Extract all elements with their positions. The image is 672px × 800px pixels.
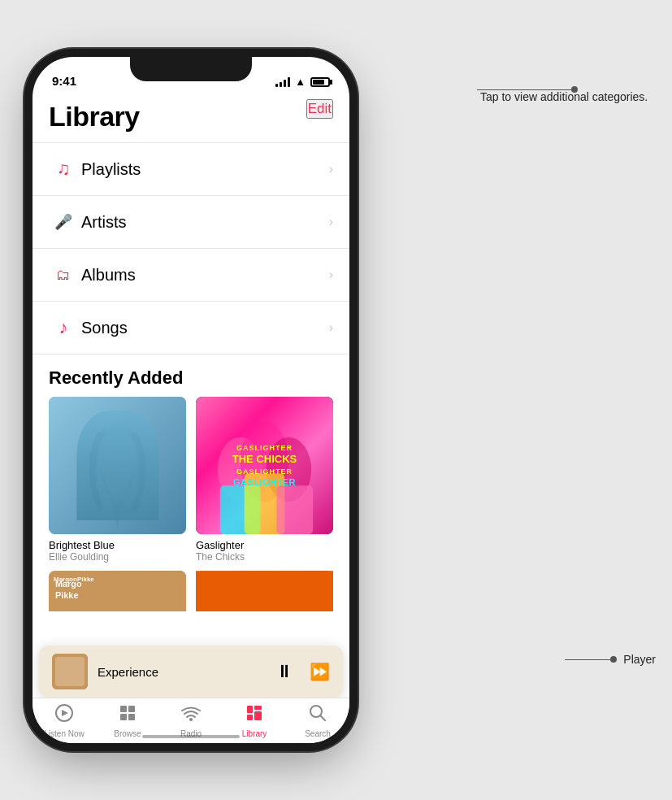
tab-browse[interactable]: Browse (96, 703, 159, 738)
menu-item-albums[interactable]: 🗂 Albums › (33, 249, 349, 302)
svg-rect-12 (52, 654, 88, 689)
pause-button[interactable]: ⏸ (275, 661, 293, 682)
library-icon (245, 703, 264, 728)
menu-item-playlists[interactable]: ♫ Playlists › (33, 142, 349, 196)
tab-listen-now[interactable]: Listen Now (33, 703, 96, 738)
svg-line-26 (320, 715, 325, 720)
edit-button[interactable]: Edit (306, 99, 333, 119)
forward-button[interactable]: ⏩ (310, 662, 330, 681)
svg-rect-17 (128, 706, 135, 712)
tab-label-search: Search (305, 729, 331, 738)
album-cover-margo: Margo Pikke (49, 571, 186, 611)
playlists-icon: ♫ (49, 154, 78, 184)
listen-now-icon (54, 703, 74, 728)
artists-icon: 🎤 (49, 207, 78, 237)
recently-added-title: Recently Added (33, 354, 349, 397)
album-artist-chicks: The Chicks (196, 551, 333, 563)
album-item-orange[interactable] (196, 571, 333, 611)
phone-content: Edit Library ♫ Playlists › 🎤 Artists › 🗂… (33, 93, 349, 743)
svg-rect-18 (120, 714, 127, 720)
notch (130, 57, 252, 81)
player-callout: Player (565, 653, 656, 666)
browse-icon (118, 703, 137, 728)
chevron-right-icon: › (329, 320, 333, 335)
tab-label-listen-now: Listen Now (44, 729, 84, 738)
album-cover-gaslighter: GASLIGHTER THE CHICKS GASLIGHTER GASLIGH… (196, 397, 333, 534)
player-thumbnail (52, 654, 88, 689)
svg-marker-15 (62, 710, 68, 716)
page-title: Library (33, 93, 349, 133)
edit-callout: Tap to view additional categories. (477, 73, 656, 106)
svg-rect-22 (247, 715, 253, 720)
menu-item-songs[interactable]: ♪ Songs › (33, 302, 349, 354)
svg-rect-0 (49, 397, 186, 534)
gaslighter-text-bottom: GASLIGHTER (236, 467, 293, 476)
svg-rect-19 (128, 714, 135, 720)
phone-frame: 9:41 ▲ Edit Library (33, 57, 349, 743)
tab-label-browse: Browse (114, 729, 141, 738)
artists-label: Artists (81, 213, 329, 232)
songs-icon: ♪ (49, 313, 78, 342)
status-time: 9:41 (52, 74, 76, 88)
battery-icon (310, 77, 330, 87)
svg-rect-21 (247, 706, 253, 713)
album-cover-brightest-blue (49, 397, 186, 534)
tab-radio[interactable]: Radio (159, 703, 223, 738)
player-song-title: Experience (98, 665, 266, 679)
search-icon (308, 703, 327, 728)
tab-search[interactable]: Search (286, 703, 349, 738)
album-grid-second-row: Margo Pikke (33, 563, 349, 611)
player-callout-text: Player (623, 653, 656, 666)
album-artist-ellie: Ellie Goulding (49, 551, 186, 563)
album-name-brightest-blue: Brightest Blue (49, 539, 186, 551)
album-item-margo[interactable]: Margo Pikke (49, 571, 186, 611)
svg-text:Margo: Margo (55, 579, 82, 589)
album-item-gaslighter[interactable]: GASLIGHTER THE CHICKS GASLIGHTER GASLIGH… (196, 397, 333, 563)
svg-rect-16 (120, 706, 127, 712)
gaslighter-band-name: THE CHICKS (232, 454, 297, 465)
tab-library[interactable]: Library (223, 703, 286, 738)
svg-text:Pikke: Pikke (55, 590, 79, 600)
svg-rect-11 (196, 571, 333, 611)
svg-point-20 (189, 718, 193, 721)
albums-label: Albums (81, 266, 329, 285)
playlists-label: Playlists (81, 160, 329, 179)
album-cover-orange (196, 571, 333, 611)
album-item-brightest-blue[interactable]: Brightest Blue Ellie Goulding (49, 397, 186, 563)
signal-icon (275, 77, 290, 87)
player-song-info: Experience (98, 665, 266, 679)
ellie-cover-art (49, 397, 186, 534)
chevron-right-icon: › (329, 215, 333, 229)
gaslighter-text-sub: GASLIGHTER (233, 477, 296, 487)
svg-point-1 (100, 425, 136, 466)
status-icons: ▲ (275, 76, 330, 88)
songs-label: Songs (81, 319, 329, 337)
svg-rect-23 (254, 706, 262, 710)
svg-rect-13 (55, 657, 85, 686)
album-name-gaslighter: Gaslighter (196, 539, 333, 551)
svg-rect-24 (254, 711, 262, 720)
player-controls: ⏸ ⏩ (275, 661, 330, 682)
radio-icon (181, 703, 201, 728)
menu-list: ♫ Playlists › 🎤 Artists › 🗂 Albums › ♪ S… (33, 142, 349, 354)
wifi-icon: ▲ (295, 76, 306, 88)
home-indicator (142, 735, 240, 738)
mini-player[interactable]: Experience ⏸ ⏩ (39, 646, 343, 698)
menu-item-artists[interactable]: 🎤 Artists › (33, 196, 349, 249)
albums-icon: 🗂 (49, 260, 78, 289)
chevron-right-icon: › (329, 267, 333, 282)
gaslighter-text-top: GASLIGHTER (236, 444, 293, 452)
chicks-cover-art: GASLIGHTER THE CHICKS GASLIGHTER GASLIGH… (196, 397, 333, 534)
tab-label-library: Library (242, 729, 267, 738)
chevron-right-icon: › (329, 162, 333, 176)
album-grid: Brightest Blue Ellie Goulding (33, 397, 349, 563)
